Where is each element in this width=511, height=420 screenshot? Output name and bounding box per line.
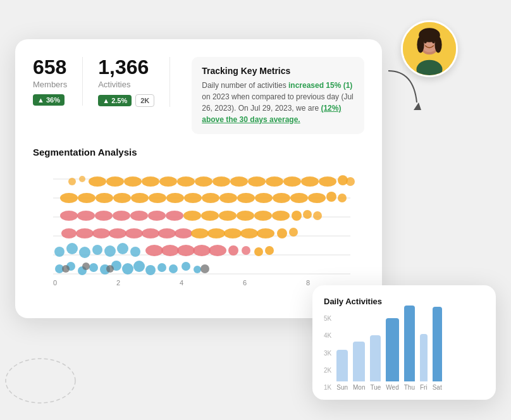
svg-point-112: [266, 176, 283, 187]
svg-point-80: [254, 211, 272, 221]
tracking-title: Tracking Key Metrics: [202, 66, 354, 76]
svg-point-120: [6, 359, 75, 403]
bar-label-thu: Thu: [404, 384, 415, 391]
svg-point-66: [257, 228, 274, 238]
svg-point-75: [166, 211, 183, 221]
svg-point-67: [277, 228, 287, 238]
svg-point-104: [124, 176, 142, 187]
svg-point-88: [113, 193, 131, 203]
segmentation-chart: 0 2 4 6 8: [33, 166, 364, 306]
svg-point-64: [224, 228, 242, 238]
svg-point-57: [109, 228, 126, 238]
bar-fri: [420, 334, 428, 381]
svg-point-119: [79, 176, 85, 182]
svg-point-60: [158, 228, 176, 238]
svg-point-109: [212, 176, 230, 187]
y-label-5k: 5K: [324, 315, 331, 322]
svg-point-101: [338, 194, 347, 202]
svg-point-42: [104, 245, 116, 257]
svg-point-49: [209, 245, 226, 256]
svg-point-81: [272, 211, 290, 221]
svg-point-28: [133, 261, 145, 272]
svg-point-114: [301, 176, 319, 187]
tracking-text: Daily number of activities increased 15%…: [202, 80, 354, 125]
bar-label-mon: Mon: [353, 384, 365, 391]
svg-point-77: [201, 211, 219, 221]
svg-point-84: [313, 211, 322, 220]
svg-point-93: [202, 193, 219, 203]
decorative-circle: [3, 355, 78, 406]
svg-point-55: [76, 228, 94, 238]
svg-point-118: [68, 178, 76, 185]
svg-point-4: [417, 36, 424, 52]
svg-marker-9: [414, 102, 421, 110]
svg-point-90: [149, 193, 166, 203]
svg-point-96: [255, 193, 273, 203]
bar-group-fri: Fri: [420, 334, 428, 391]
activities-badge: ▲ 2.5%: [98, 95, 132, 106]
svg-point-65: [240, 228, 258, 238]
bar-group-tue: Tue: [370, 335, 381, 391]
svg-point-106: [159, 176, 177, 187]
svg-point-69: [60, 211, 78, 221]
svg-point-44: [130, 247, 140, 257]
svg-point-111: [248, 176, 266, 187]
svg-point-115: [319, 176, 336, 187]
svg-point-83: [303, 210, 312, 219]
bar-group-sat: Sat: [433, 307, 442, 391]
svg-point-59: [142, 228, 159, 238]
svg-point-87: [95, 193, 113, 203]
svg-point-41: [92, 245, 102, 255]
svg-point-29: [145, 265, 156, 275]
svg-point-76: [183, 211, 201, 221]
bar-sat: [433, 307, 442, 381]
svg-text:8: 8: [306, 279, 310, 287]
bar-group-thu: Thu: [404, 306, 415, 391]
svg-point-33: [194, 266, 201, 273]
tracking-text-part1: Daily number of activities: [202, 81, 288, 90]
svg-point-40: [79, 247, 90, 258]
bar-chart-wrapper: 5K 4K 3K 2K 1K SunMonTueWedThuFriSat: [324, 315, 484, 391]
bar-label-fri: Fri: [420, 384, 428, 391]
activities-metric: 1,366 Activities ▲ 2.5% 2K: [98, 57, 170, 107]
svg-point-73: [130, 211, 148, 221]
svg-point-8: [432, 40, 435, 44]
svg-point-50: [228, 245, 238, 256]
svg-point-103: [106, 176, 124, 187]
svg-point-5: [434, 36, 441, 52]
bar-label-tue: Tue: [370, 384, 381, 391]
svg-point-85: [60, 193, 78, 203]
members-metric: 658 Members ▲ 36%: [33, 57, 83, 106]
activities-label: Activities: [98, 80, 154, 89]
tracking-box: Tracking Key Metrics Daily number of act…: [192, 57, 364, 134]
daily-activities-title: Daily Activities: [324, 297, 484, 306]
bar-chart: SunMonTueWedThuFriSat: [336, 315, 441, 391]
y-label-3k: 3K: [324, 350, 331, 357]
svg-point-46: [161, 245, 179, 256]
svg-point-61: [175, 228, 192, 238]
svg-point-82: [292, 211, 302, 221]
svg-point-35: [82, 262, 90, 270]
svg-point-100: [326, 192, 336, 202]
segmentation-title: Segmentation Analysis: [33, 147, 364, 158]
svg-point-102: [89, 176, 106, 187]
svg-point-110: [230, 176, 248, 187]
main-dashboard-card: 658 Members ▲ 36% 1,366 Activities ▲ 2.5…: [15, 39, 382, 318]
svg-point-34: [62, 265, 70, 273]
bar-label-sat: Sat: [433, 384, 442, 391]
members-badge: ▲ 36%: [33, 94, 65, 106]
svg-point-31: [169, 264, 178, 273]
svg-point-43: [117, 243, 128, 254]
svg-point-98: [290, 193, 308, 203]
svg-point-107: [177, 176, 195, 187]
y-label-1k: 1K: [324, 384, 331, 391]
svg-point-79: [237, 211, 254, 221]
bar-label-sun: Sun: [336, 384, 348, 391]
svg-point-45: [145, 245, 163, 256]
tracking-highlight1: increased 15% (1): [288, 81, 352, 90]
svg-point-24: [89, 263, 98, 272]
activities-value: 1,366: [98, 57, 154, 77]
svg-point-36: [106, 265, 114, 273]
svg-point-68: [289, 228, 298, 237]
svg-point-48: [193, 245, 211, 256]
